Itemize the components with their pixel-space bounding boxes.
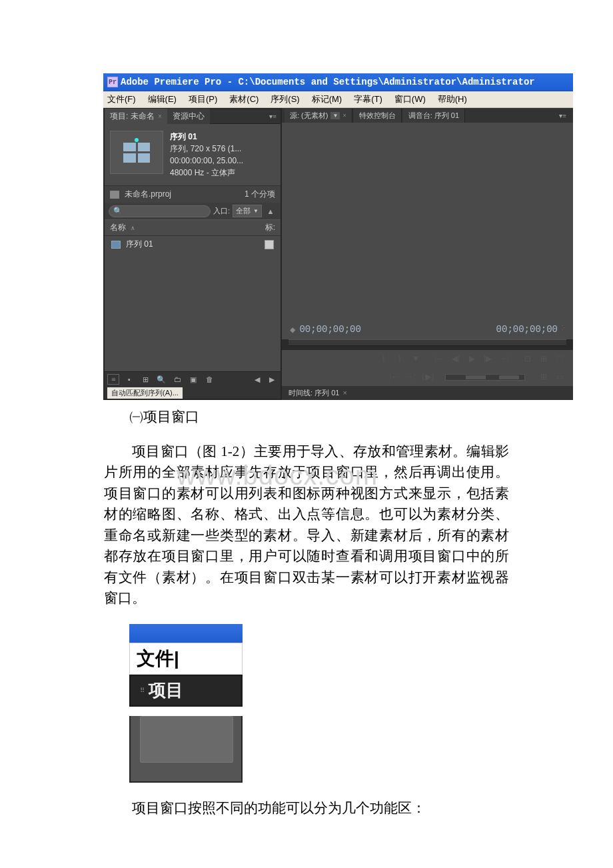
item-count: 1 个分项 bbox=[245, 189, 275, 200]
insert-icon[interactable]: ⊡ bbox=[522, 354, 533, 364]
menu-clip[interactable]: 素材(C) bbox=[229, 93, 259, 105]
preview-area: 序列 01 序列, 720 x 576 (1... 00:00:00:00, 2… bbox=[105, 124, 281, 185]
play-icon[interactable]: ▶ bbox=[466, 354, 477, 364]
section-heading: ㈠项目窗口 bbox=[129, 407, 509, 428]
list-header: 名称 ∧ 标: bbox=[105, 219, 281, 236]
sequence-thumbnail bbox=[110, 131, 163, 174]
tab-resource[interactable]: 资源中心 bbox=[167, 109, 210, 124]
close-icon[interactable]: × bbox=[158, 113, 162, 120]
entry-dropdown[interactable]: 全部 ▼ bbox=[233, 205, 262, 217]
entry-value: 全部 bbox=[236, 206, 251, 216]
prev-icon[interactable]: ◀ bbox=[251, 374, 263, 385]
loop-icon[interactable]: {▶} bbox=[421, 372, 432, 382]
up-icon[interactable]: ▲ bbox=[265, 206, 277, 217]
marker-icon: ◆ bbox=[290, 324, 295, 335]
tab-project[interactable]: 项目: 未命名 × bbox=[105, 109, 167, 124]
window-title: Adobe Premiere Pro - C:\Documents and Se… bbox=[121, 77, 535, 87]
menu-help[interactable]: 帮助(H) bbox=[438, 93, 467, 105]
preview-line1: 序列, 720 x 576 (1... bbox=[170, 143, 243, 155]
paragraph-2: 项目窗口按照不同的功能可以分为几个功能区： bbox=[104, 799, 509, 817]
preview-name: 序列 01 bbox=[170, 131, 243, 143]
tab-source-label: 源: (无素材) bbox=[290, 111, 328, 121]
search-input[interactable]: 🔍 bbox=[109, 205, 211, 217]
tab-effects[interactable]: 特效控制台 bbox=[354, 109, 402, 123]
overwrite-icon[interactable]: ⊞ bbox=[538, 354, 549, 364]
menu-bar: 文件(F) 编辑(E) 项目(P) 素材(C) 序列(S) 标记(M) 字幕(T… bbox=[103, 91, 573, 108]
preview-info: 序列 01 序列, 720 x 576 (1... 00:00:00:00, 2… bbox=[170, 131, 243, 179]
timecode-duration: 00;00;00;00 bbox=[496, 324, 558, 335]
marker-add-icon[interactable]: ▼ bbox=[410, 354, 421, 364]
shuttle-slider[interactable] bbox=[445, 374, 525, 381]
out-point-icon[interactable]: } bbox=[394, 354, 405, 364]
auto-match-tooltip: 自动匹配到序列(A)... bbox=[107, 387, 183, 399]
entry-label: 入口: bbox=[213, 206, 230, 216]
tab-source[interactable]: 源: (无素材) ▼ × bbox=[285, 109, 352, 123]
timeline-tab-row: 时间线: 序列 01 × bbox=[282, 386, 573, 400]
tab-timeline[interactable]: 时间线: 序列 01 × bbox=[286, 387, 350, 399]
project-filename: 未命名.prproj bbox=[125, 189, 171, 200]
step-back-icon[interactable]: ◀| bbox=[450, 354, 461, 364]
goto-in-icon[interactable]: |← bbox=[434, 354, 445, 364]
bottom-strip: 自动匹配到序列(A)... bbox=[105, 387, 281, 399]
goto-out-icon[interactable]: →| bbox=[498, 354, 509, 364]
crop-text-project: 项目 bbox=[149, 677, 183, 703]
timecode-row: ◆ 00;00;00;00 00;00;00;00 ⴾ bbox=[282, 320, 573, 339]
panel-menu-icon[interactable]: ▾≡ bbox=[265, 111, 281, 121]
sort-icon: ∧ bbox=[131, 225, 135, 231]
col-tag[interactable]: 标: bbox=[265, 222, 275, 233]
options-icon[interactable]: ⴾ bbox=[562, 324, 565, 335]
project-panel: 项目: 未命名 × 资源中心 ▾≡ 序列 01 序列 bbox=[103, 108, 282, 400]
title-bar: Pr Adobe Premiere Pro - C:\Documents and… bbox=[103, 73, 573, 91]
source-panel: 源: (无素材) ▼ × 特效控制台 调音台: 序列 01 ▾≡ ◆ 00;00… bbox=[282, 108, 573, 400]
next-mark-icon[interactable]: →| bbox=[405, 372, 416, 382]
chevron-down-icon: ▼ bbox=[253, 208, 259, 214]
new-bin-icon[interactable]: 🗀 bbox=[171, 374, 183, 385]
preview-line2: 00:00:00:00, 25.00... bbox=[170, 155, 243, 167]
scrub-bar[interactable] bbox=[289, 339, 566, 346]
close-icon[interactable]: × bbox=[342, 389, 346, 397]
menu-sequence[interactable]: 序列(S) bbox=[271, 93, 299, 105]
bin-list: 序列 01 bbox=[105, 236, 281, 371]
next-icon[interactable]: ▶ bbox=[266, 374, 278, 385]
chevron-down-icon[interactable]: ▼ bbox=[330, 112, 340, 119]
menu-project[interactable]: 项目(P) bbox=[189, 93, 217, 105]
menu-edit[interactable]: 编辑(E) bbox=[148, 93, 177, 105]
premiere-screenshot: Pr Adobe Premiere Pro - C:\Documents and… bbox=[103, 73, 573, 400]
menu-window[interactable]: 窗口(W) bbox=[394, 93, 426, 105]
project-icon bbox=[110, 191, 119, 199]
close-icon[interactable]: × bbox=[342, 112, 346, 119]
sequence-icon bbox=[111, 241, 121, 249]
monitor-viewport bbox=[282, 123, 573, 320]
item-name: 序列 01 bbox=[126, 239, 153, 250]
panel-menu-icon[interactable]: ▾≡ bbox=[555, 111, 570, 121]
output-icon[interactable]: ▭ bbox=[554, 372, 565, 382]
export-icon[interactable]: ⬚ bbox=[554, 354, 565, 364]
list-view-icon[interactable]: ≡ bbox=[107, 374, 119, 385]
new-item-icon[interactable]: ▣ bbox=[187, 374, 199, 385]
preview-line3: 48000 Hz - 立体声 bbox=[170, 167, 243, 179]
paragraph-1: 项目窗口（图 1-2）主要用于导入、存放和管理素材。编辑影片所用的全部素材应事先… bbox=[104, 441, 509, 609]
crop-text-file: 文件 bbox=[137, 645, 174, 673]
cropped-screenshot: 文件| ⠿ 项目 bbox=[129, 624, 243, 783]
in-point-icon[interactable]: { bbox=[378, 354, 389, 364]
tab-mixer[interactable]: 调音台: 序列 01 bbox=[403, 109, 465, 123]
tag-swatch bbox=[265, 240, 274, 249]
transport-controls: { } ▼ |← ◀| ▶ |▶ →| ⊡ ⊞ ⬚ bbox=[282, 350, 573, 368]
icon-view-icon[interactable]: ▪ bbox=[123, 374, 135, 385]
auto-icon[interactable]: ⊞ bbox=[139, 374, 151, 385]
menu-marker[interactable]: 标记(M) bbox=[312, 93, 342, 105]
prev-mark-icon[interactable]: |← bbox=[389, 372, 400, 382]
project-toolbar: ≡ ▪ ⊞ 🔍 🗀 ▣ 🗑 ◀ ▶ bbox=[105, 371, 281, 387]
menu-title[interactable]: 字幕(T) bbox=[354, 93, 382, 105]
find-icon[interactable]: 🔍 bbox=[155, 374, 167, 385]
trash-icon[interactable]: 🗑 bbox=[203, 374, 215, 385]
tab-timeline-label: 时间线: 序列 01 bbox=[289, 389, 339, 397]
step-fwd-icon[interactable]: |▶ bbox=[482, 354, 493, 364]
col-name[interactable]: 名称 bbox=[110, 223, 126, 232]
search-icon: 🔍 bbox=[113, 207, 123, 215]
timecode-current[interactable]: 00;00;00;00 bbox=[299, 324, 360, 335]
safe-margins-icon[interactable]: ⊞ bbox=[538, 372, 549, 382]
project-file-row: 未命名.prproj 1 个分项 bbox=[105, 185, 281, 203]
list-item[interactable]: 序列 01 bbox=[105, 236, 281, 253]
menu-file[interactable]: 文件(F) bbox=[107, 93, 136, 105]
